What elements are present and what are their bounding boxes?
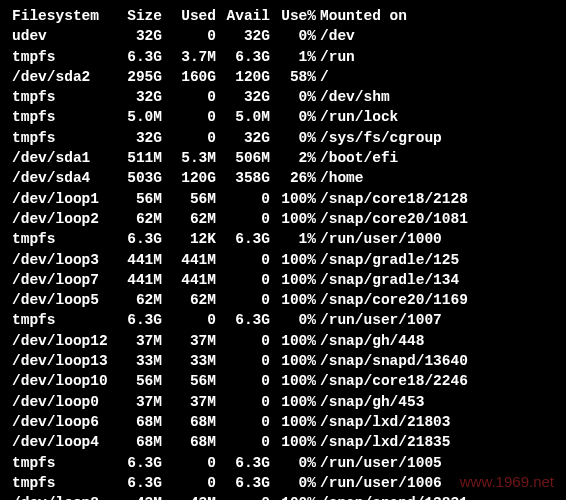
cell-avail: 120G (216, 67, 270, 87)
header-size: Size (108, 6, 162, 26)
cell-filesystem: /dev/sda4 (12, 168, 108, 188)
cell-filesystem: tmpfs (12, 107, 108, 127)
cell-used: 0 (162, 310, 216, 330)
df-data-row: udev32G032G0%/dev (12, 26, 554, 46)
cell-size: 6.3G (108, 47, 162, 67)
df-data-row: tmpfs32G032G0%/sys/fs/cgroup (12, 128, 554, 148)
df-data-row: /dev/loop668M68M0100%/snap/lxd/21803 (12, 412, 554, 432)
cell-size: 295G (108, 67, 162, 87)
cell-avail: 358G (216, 168, 270, 188)
cell-used: 0 (162, 26, 216, 46)
cell-usepercent: 100% (270, 270, 316, 290)
cell-usepercent: 26% (270, 168, 316, 188)
cell-used: 0 (162, 453, 216, 473)
cell-mounted: /boot/efi (316, 148, 398, 168)
cell-filesystem: /dev/loop5 (12, 290, 108, 310)
cell-size: 68M (108, 412, 162, 432)
cell-filesystem: tmpfs (12, 128, 108, 148)
cell-used: 56M (162, 371, 216, 391)
df-data-row: /dev/loop1237M37M0100%/snap/gh/448 (12, 331, 554, 351)
cell-mounted: /snap/core18/2246 (316, 371, 468, 391)
cell-avail: 0 (216, 392, 270, 412)
cell-mounted: /run/user/1000 (316, 229, 442, 249)
cell-usepercent: 0% (270, 310, 316, 330)
cell-size: 37M (108, 331, 162, 351)
cell-avail: 32G (216, 26, 270, 46)
cell-avail: 0 (216, 290, 270, 310)
cell-avail: 0 (216, 412, 270, 432)
cell-size: 6.3G (108, 310, 162, 330)
cell-mounted: /dev (316, 26, 355, 46)
cell-size: 62M (108, 209, 162, 229)
cell-avail: 0 (216, 351, 270, 371)
cell-used: 160G (162, 67, 216, 87)
cell-usepercent: 100% (270, 392, 316, 412)
cell-filesystem: /dev/sda1 (12, 148, 108, 168)
cell-mounted: /snap/core20/1169 (316, 290, 468, 310)
cell-mounted: /snap/core18/2128 (316, 189, 468, 209)
cell-used: 0 (162, 128, 216, 148)
df-header-row: FilesystemSizeUsedAvailUse%Mounted on (12, 6, 554, 26)
cell-used: 33M (162, 351, 216, 371)
cell-mounted: /snap/lxd/21835 (316, 432, 451, 452)
cell-usepercent: 100% (270, 432, 316, 452)
cell-mounted: /sys/fs/cgroup (316, 128, 442, 148)
cell-avail: 0 (216, 250, 270, 270)
cell-used: 12K (162, 229, 216, 249)
cell-filesystem: udev (12, 26, 108, 46)
cell-filesystem: /dev/loop8 (12, 493, 108, 500)
cell-filesystem: /dev/loop12 (12, 331, 108, 351)
cell-avail: 506M (216, 148, 270, 168)
cell-used: 441M (162, 250, 216, 270)
cell-mounted: /snap/core20/1081 (316, 209, 468, 229)
cell-usepercent: 100% (270, 493, 316, 500)
df-data-row: /dev/loop3441M441M0100%/snap/gradle/125 (12, 250, 554, 270)
cell-size: 37M (108, 392, 162, 412)
cell-size: 33M (108, 351, 162, 371)
df-data-row: tmpfs6.3G06.3G0%/run/user/1006 (12, 473, 554, 493)
cell-avail: 0 (216, 209, 270, 229)
df-data-row: /dev/sda1511M5.3M506M2%/boot/efi (12, 148, 554, 168)
cell-filesystem: /dev/sda2 (12, 67, 108, 87)
cell-avail: 0 (216, 371, 270, 391)
cell-filesystem: tmpfs (12, 87, 108, 107)
cell-filesystem: /dev/loop7 (12, 270, 108, 290)
cell-size: 32G (108, 87, 162, 107)
cell-used: 3.7M (162, 47, 216, 67)
df-data-row: /dev/sda4503G120G358G26%/home (12, 168, 554, 188)
cell-size: 56M (108, 371, 162, 391)
cell-avail: 32G (216, 128, 270, 148)
cell-avail: 32G (216, 87, 270, 107)
cell-size: 441M (108, 250, 162, 270)
cell-filesystem: tmpfs (12, 453, 108, 473)
df-data-row: /dev/loop262M62M0100%/snap/core20/1081 (12, 209, 554, 229)
cell-size: 32G (108, 128, 162, 148)
cell-usepercent: 100% (270, 189, 316, 209)
cell-size: 511M (108, 148, 162, 168)
cell-usepercent: 100% (270, 371, 316, 391)
cell-used: 62M (162, 290, 216, 310)
cell-size: 503G (108, 168, 162, 188)
cell-usepercent: 100% (270, 351, 316, 371)
df-data-row: /dev/sda2295G160G120G58%/ (12, 67, 554, 87)
cell-used: 120G (162, 168, 216, 188)
cell-size: 6.3G (108, 473, 162, 493)
cell-filesystem: tmpfs (12, 229, 108, 249)
df-data-row: /dev/loop468M68M0100%/snap/lxd/21835 (12, 432, 554, 452)
cell-avail: 0 (216, 432, 270, 452)
df-data-row: /dev/loop7441M441M0100%/snap/gradle/134 (12, 270, 554, 290)
df-data-row: tmpfs6.3G3.7M6.3G1%/run (12, 47, 554, 67)
cell-filesystem: tmpfs (12, 47, 108, 67)
cell-mounted: / (316, 67, 329, 87)
header-usepercent: Use% (270, 6, 316, 26)
cell-used: 68M (162, 432, 216, 452)
cell-size: 6.3G (108, 229, 162, 249)
header-filesystem: Filesystem (12, 6, 108, 26)
cell-used: 56M (162, 189, 216, 209)
cell-mounted: /snap/gh/453 (316, 392, 424, 412)
cell-used: 37M (162, 392, 216, 412)
cell-mounted: /snap/snapd/13831 (316, 493, 468, 500)
cell-used: 0 (162, 87, 216, 107)
cell-avail: 6.3G (216, 453, 270, 473)
df-data-row: /dev/loop1056M56M0100%/snap/core18/2246 (12, 371, 554, 391)
